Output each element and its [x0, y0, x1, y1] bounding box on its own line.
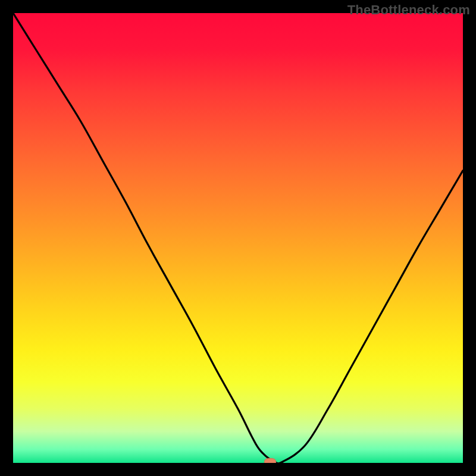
plot-area — [13, 13, 463, 463]
watermark-text: TheBottleneck.com — [347, 2, 470, 18]
bottleneck-curve — [13, 13, 463, 463]
chart-frame: TheBottleneck.com — [0, 0, 476, 476]
optimal-point-marker — [264, 458, 276, 463]
